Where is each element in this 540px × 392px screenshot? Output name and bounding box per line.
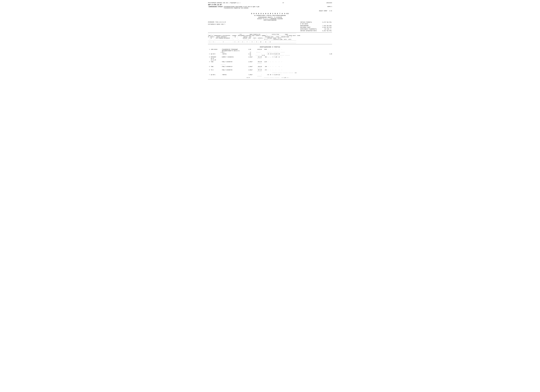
- montazh-value: 0,830 ТЫС.РУБ.: [322, 27, 332, 28]
- zarplata-value: 0,262 ТЫС.РУБ.: [322, 30, 332, 32]
- item-num: 4: [208, 61, 210, 63]
- item-dash: -: [221, 49, 222, 50]
- item-price: 487,00-------: [255, 69, 262, 72]
- item-code: Ц5-88=1: [211, 74, 220, 76]
- item-sum: 186: [262, 66, 267, 67]
- bottom-divider: [208, 79, 332, 79]
- item-price: 563,00-------: [255, 61, 262, 64]
- list-item: 1 1505-01010 - ТРАНСФОРМАТОР ТРЕХФАЗНЫЙД…: [208, 49, 332, 53]
- program-complex-label: ПРОГРАММНЫЙ КОМПЛЕКС АВС-3ЕС ( РЕДАКЦИЯ …: [208, 2, 240, 4]
- item-2-subrow: шТ -------- 42,00 -------- -------- ----…: [208, 55, 332, 56]
- naim-object-line: НАИМЕНОВАНИЕ ОБЪЕКТА· Тп-2Х400СКВ: [208, 17, 332, 18]
- item-price: ·-------: [255, 74, 262, 77]
- list-item: 7 Ц5-88=1 - ·МОНТАж 7,00 шТ ·------- · 9…: [208, 74, 332, 79]
- cost-osnov-section: СМЕТНАЯ СТОИМОСТЬ 8,275 ТЫС.РУБ. В ТОМ Ч…: [208, 21, 332, 32]
- item-dash: -: [221, 56, 222, 58]
- item-6-row: 6 ТО·Е - ТОжЕ,Т.КС0386=03 2,00 шТ 487,00…: [208, 69, 332, 72]
- item-7-subrow: 13,70 -------- ------- -------- 3 0,53 4…: [208, 77, 332, 79]
- list-item: 5 ТОжЕ - ТОжЕ,Т.КС0386=14 1,00 шТ 186,00…: [208, 66, 332, 69]
- item-dash: -: [221, 61, 222, 63]
- item-dash: -: [221, 53, 222, 55]
- object-nomer-value: 3-С5: [329, 10, 332, 11]
- variant-line: ВАРИАНТ РУ-0,4 С 4 ЛИНЕЙНЫМИ ПАНЕЛЯМИ: [208, 18, 332, 20]
- doc-number: 10022026: [326, 2, 332, 4]
- item-code: Ц8-62=2: [211, 53, 220, 55]
- smet-stoimost-label: СМЕТНАЯ СТОИМОСТЬ: [300, 21, 322, 23]
- item-unit: шТ: [251, 74, 255, 76]
- item-code: ПРОТОКОЛ46 0Т10,12,86: [211, 56, 220, 61]
- table-header: ----------------------------------------…: [208, 32, 332, 44]
- item-name: ТРАНСФОРМАТОР ТРЕХФАЗНЫЙДВУХОБМОТОЧМЫР=Т…: [222, 49, 247, 52]
- item-price: 181,00-------: [255, 56, 262, 59]
- item-name: ТОжЕ,Т.КС0386=03: [222, 69, 247, 71]
- object-name-block: НАИМЕНОВАНИЕ ОБЪЕКТА· Тп-2Х400СКВ ВАРИАН…: [208, 17, 332, 21]
- item-5-row: 5 ТОжЕ - ТОжЕ,Т.КС0386=14 1,00 шТ 186,00…: [208, 66, 332, 69]
- naim-value: ТРАНСФОРМАТОРНЫЕ ПОДСТАНЦИИ 6÷10/0,4КВ Н…: [224, 6, 260, 9]
- item-qty: 7,00: [247, 74, 251, 76]
- list-item: 6 ТО·Е - ТОжЕ,Т.КС0386=03 2,00 шТ 487,00…: [208, 69, 332, 74]
- zarplata-label: СМЕТНАЯ ЗАРАБОТНАЯ ПЛАТА: [300, 30, 322, 32]
- item-name: ·МОНТАж: [222, 53, 247, 55]
- v-tom-chisle-row: В ТОМ ЧИСЛЕ:: [300, 23, 332, 25]
- item-1-row: 1 1505-01010 - ТРАНСФОРМАТОР ТРЕХФАЗНЫЙД…: [208, 49, 332, 52]
- zarplata-row: СМЕТНАЯ ЗАРАБОТНАЯ ПЛАТА 0,262 ТЫС.РУБ.: [300, 30, 332, 32]
- smet-stoimost-value: 8,275 ТЫС.РУБ.: [322, 21, 332, 23]
- item-unit: шТ: [251, 66, 255, 67]
- page-wrapper: ПРОГРАММНЫЙ КОМПЛЕКС АВС-3ЕС ( РЕДАКЦИЯ …: [208, 2, 332, 79]
- item-name: ·МОНТАж: [222, 74, 247, 76]
- item-name: ТОжЕ,Т.КС0386=14: [222, 66, 247, 67]
- doc-id-block: 407-3-476.13.87. ·НАИМЕНОВАНИЕ СТРОЭКУ= …: [208, 4, 332, 9]
- doc-id: 407-3-476.13.87.: [208, 4, 332, 6]
- oborud-label: ОБОРУДОВАНИЯ: [300, 25, 322, 27]
- item-num: 1: [208, 49, 210, 50]
- object-nomer-label: ОБЪЕКТ НОМЕР: [319, 10, 327, 11]
- montazh-row: МОНТАЖНЫХ РАБОТ 0,830 ТЫС.РУБ.: [300, 27, 332, 28]
- item-num: 3: [208, 56, 210, 58]
- naim-line: ·НАИМЕНОВАНИЕ СТРОЭКУ= ТРАНСФОРМАТОРНЫЕ …: [208, 6, 332, 9]
- equipment-title: ОБОРУДОВАНИЕ И МОНТАж: [208, 46, 332, 48]
- normat-value: 422 ЧЕЛ.-Ч: [322, 28, 331, 30]
- item-num: 6: [208, 69, 210, 71]
- equipment-list: 1 1505-01010 - ТРАНСФОРМАТОР ТРЕХФАЗНЫЙД…: [208, 49, 332, 79]
- naim-object-label: НАИМЕНОВАНИЕ ОБЪЕКТА·: [258, 17, 273, 18]
- item-qty: 2,00: [247, 69, 251, 71]
- item-qty: 2,00: [247, 56, 251, 58]
- subtitle-purpose: НА ПРИОБРЕТЕНИЕ И МОНТАж ЭЛЕКТРООБОРУДОВ…: [208, 15, 332, 16]
- item-7-row: 7 Ц5-88=1 - ·МОНТАж 7,00 шТ ·------- · 9…: [208, 74, 332, 77]
- item-sum: 1126: [262, 61, 267, 63]
- item-name: КАМЕРА Т.КС0386=01: [222, 56, 247, 58]
- item-num: 2: [208, 53, 210, 55]
- naim-label: ·НАИМЕНОВАНИЕ СТРОЭКУ=: [208, 6, 223, 9]
- page-number: 67: [283, 2, 284, 4]
- item-code: ТОжЕ: [211, 61, 220, 63]
- v-tom-chisle-label: В ТОМ ЧИСЛЕ:: [300, 23, 322, 25]
- object-nomer-line: ОБЪЕКТ НОМЕР 3-С5: [208, 10, 332, 11]
- list-item: 3 ПРОТОКОЛ46 0Т10,12,86 - КАМЕРА Т.КС038…: [208, 56, 332, 61]
- item-code: ТО·Е: [211, 69, 220, 71]
- item-qty: 2,00: [247, 49, 251, 50]
- item-sum: 362: [262, 56, 267, 58]
- item-dash: -: [221, 66, 222, 67]
- item-code: 1505-01010: [211, 49, 220, 50]
- list-item: 4 ТОжЕ - ТОжЕ,Т.КС0386=04 2,00 шТ 563,00…: [208, 61, 332, 65]
- item-sum: 974: [262, 69, 267, 71]
- item-1-subrow: 1,900 Т шТ ------- -------- · -------- ·…: [208, 52, 332, 53]
- normat-label: НОРМАТИВНАЯ ТРУДОЕМКОСТЬ: [300, 28, 322, 30]
- item-sum: ·: [262, 74, 267, 76]
- item-code: ТОжЕ: [211, 66, 220, 67]
- montazh-label: МОНТАЖНЫХ РАБОТ: [300, 27, 322, 28]
- item-dash: -: [221, 69, 222, 71]
- item-unit: шТ: [251, 69, 255, 71]
- item-3-row: 3 ПРОТОКОЛ46 0Т10,12,86 - КАМЕРА Т.КС038…: [208, 56, 332, 61]
- section-title: Л О К А Л Ь Н А Я С М Е Т А 3-С5: [208, 13, 332, 15]
- item-4-subrow: --------: [208, 64, 332, 65]
- item-price: ·: [255, 53, 262, 55]
- item-price: 186,00-------: [255, 66, 262, 69]
- table-header-pre: ----------------------------------------…: [208, 32, 332, 44]
- forma-label: ФОРМА 5: [327, 6, 332, 9]
- item-4-row: 4 ТОжЕ - ТОжЕ,Т.КС0386=04 2,00 шТ 563,00…: [208, 61, 332, 64]
- naim-object-value: Тп-2Х400СКВ: [274, 17, 282, 18]
- item-qty: 1,00: [247, 66, 251, 67]
- item-sum: 2820: [262, 49, 267, 50]
- elec-line: ЭЛЕКТРООБОРУДОВАНИЕ: [208, 20, 332, 21]
